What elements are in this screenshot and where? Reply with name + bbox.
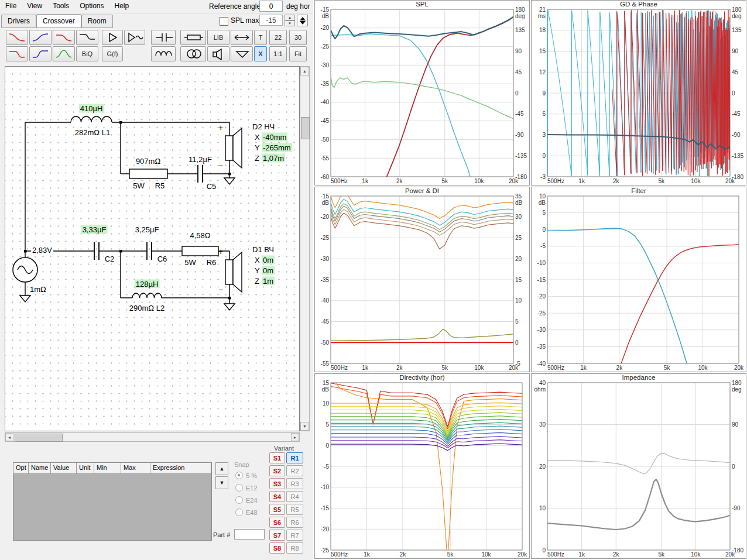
- vscroll-thumb[interactable]: [301, 117, 310, 139]
- l1-value[interactable]: 410µH: [79, 104, 104, 113]
- tool-calculate-button[interactable]: [102, 30, 123, 45]
- tab-drivers[interactable]: Drivers: [1, 15, 36, 28]
- d2-z-value[interactable]: 1,07m: [262, 154, 285, 163]
- d1-z-value[interactable]: 1m: [262, 277, 275, 286]
- variant-r6-button[interactable]: R6: [286, 517, 303, 528]
- tool-overlay-4-button[interactable]: [76, 30, 98, 45]
- tool-biquad-button[interactable]: BiQ: [76, 46, 98, 61]
- svg-text:180: 180: [732, 6, 742, 13]
- schematic-vscrollbar[interactable]: ▲ ▼: [300, 66, 310, 431]
- tool-driver-button[interactable]: [207, 46, 229, 61]
- variant-r8-button[interactable]: R8: [286, 542, 303, 554]
- c5-value[interactable]: 11,2µF: [187, 155, 213, 164]
- scroll-right-button[interactable]: ►: [291, 433, 299, 441]
- tool-resistor-button[interactable]: [180, 30, 206, 45]
- scroll-up-button[interactable]: ▲: [300, 67, 309, 75]
- variant-s8-button[interactable]: S8: [269, 542, 285, 554]
- tool-inductor-button[interactable]: [151, 46, 176, 61]
- variant-r1-button[interactable]: R1: [286, 452, 303, 463]
- autoscale-button[interactable]: [297, 15, 308, 26]
- svg-text:-35: -35: [321, 81, 330, 87]
- c6-value[interactable]: 3,25µF: [134, 225, 160, 234]
- variant-s3-button[interactable]: S3: [269, 478, 285, 489]
- svg-text:1k: 1k: [364, 551, 371, 558]
- variant-r2-button[interactable]: R2: [286, 465, 303, 476]
- toolbar: LIBT2230 BiQG(f)X1:1Fit: [0, 28, 313, 64]
- tool-zoom-fit-button[interactable]: Fit: [289, 46, 307, 61]
- tool-delete-button[interactable]: X: [254, 46, 267, 61]
- d1-name[interactable]: D1 ВЧ: [251, 245, 275, 254]
- variant-r5-button[interactable]: R5: [286, 504, 303, 515]
- reference-angle-input[interactable]: [259, 1, 283, 12]
- r5-value[interactable]: 907mΩ: [135, 157, 162, 166]
- tool-library-button[interactable]: LIB: [207, 30, 229, 45]
- spl-max-spin-down-button[interactable]: ▼: [285, 20, 295, 26]
- part-number-input[interactable]: [234, 529, 265, 540]
- parts-table-header: OptNameValueUnitMinMaxExpression: [13, 463, 211, 474]
- svg-text:500Hz: 500Hz: [547, 551, 564, 558]
- tool-overlay-3-button[interactable]: [53, 30, 75, 45]
- tool-lowpass-button[interactable]: [6, 46, 28, 61]
- variant-r7-button[interactable]: R7: [286, 530, 303, 541]
- menu-file[interactable]: File: [0, 0, 22, 12]
- svg-text:1k: 1k: [362, 178, 369, 184]
- d2-name[interactable]: D2 НЧ: [251, 122, 276, 131]
- scroll-left-button[interactable]: ◄: [5, 433, 13, 441]
- tool-text-button[interactable]: T: [254, 30, 267, 45]
- variant-s6-button[interactable]: S6: [269, 517, 285, 528]
- d1-x-value[interactable]: 0m: [262, 256, 275, 264]
- scroll-down-button[interactable]: ▼: [300, 422, 309, 431]
- c2-value[interactable]: 3,33µF: [81, 225, 108, 234]
- spl-max-checkbox[interactable]: [220, 17, 228, 26]
- menu-tools[interactable]: Tools: [47, 0, 74, 12]
- variant-s4-button[interactable]: S4: [269, 491, 285, 502]
- row-up-button[interactable]: ▲: [215, 462, 228, 475]
- tool-num-22-button[interactable]: 22: [269, 30, 287, 45]
- series-group-delay: [547, 135, 730, 150]
- tool-wire-button[interactable]: [231, 30, 253, 45]
- menu-view[interactable]: View: [22, 0, 47, 12]
- chart-canvas: Power & DI-15-20-25-30-35-40-45-50-55dB3…: [315, 187, 529, 372]
- schematic-hscrollbar[interactable]: ◄ ►: [5, 432, 300, 442]
- svg-text:5: 5: [515, 318, 519, 325]
- source-voltage[interactable]: 2,83V: [31, 246, 53, 255]
- row-down-button[interactable]: ▼: [215, 476, 228, 489]
- svg-text:0: 0: [732, 90, 735, 97]
- variant-r4-button[interactable]: R4: [286, 491, 303, 502]
- variant-s5-button[interactable]: S5: [269, 504, 285, 515]
- svg-text:30: 30: [539, 421, 546, 428]
- hscroll-thumb[interactable]: [15, 434, 63, 442]
- variant-s7-button[interactable]: S7: [269, 530, 285, 541]
- tool-gf-button[interactable]: G(f): [102, 46, 123, 61]
- schematic-canvas[interactable]: 410µH 282mΩ L1 907mΩ 5W R5 11,2µF C5 + −…: [5, 66, 300, 431]
- tool-overlay-2-button[interactable]: [29, 30, 52, 45]
- d1-y-value[interactable]: 0m: [262, 266, 275, 275]
- tool-zoom-1to1-button[interactable]: 1:1: [269, 46, 287, 61]
- tool-highpass-button[interactable]: [29, 46, 52, 61]
- tool-bandpass-button[interactable]: [53, 46, 75, 61]
- tool-calculate-response-button[interactable]: [124, 30, 145, 45]
- variant-s2-button[interactable]: S2: [269, 465, 285, 476]
- tool-capacitor-button[interactable]: [151, 30, 176, 45]
- tool-num-30-button[interactable]: 30: [289, 30, 307, 45]
- r6-value[interactable]: 4,58Ω: [189, 231, 211, 240]
- spl-max-input[interactable]: [259, 15, 283, 26]
- menu-help[interactable]: Help: [109, 0, 135, 12]
- d2-y-value[interactable]: -265mm: [262, 143, 292, 152]
- radio-icon: [235, 496, 243, 504]
- svg-text:Filter: Filter: [631, 187, 646, 194]
- d2-z-label: Z: [253, 154, 261, 163]
- svg-text:6: 6: [542, 111, 546, 117]
- variant-r3-button[interactable]: R3: [286, 478, 303, 489]
- menu-options[interactable]: Options: [74, 0, 109, 12]
- d2-x-value[interactable]: -40mm: [262, 133, 287, 142]
- tool-overlay-1-button[interactable]: [6, 30, 28, 45]
- chart-canvas: SPL-15-20-25-30-35-40-45-50-55-60dB18013…: [315, 1, 529, 185]
- tab-room[interactable]: Room: [81, 15, 113, 28]
- l2-value[interactable]: 128µH: [135, 280, 160, 288]
- spl-max-spin-up-button[interactable]: ▲: [285, 15, 295, 20]
- variant-s1-button[interactable]: S1: [269, 452, 285, 463]
- tool-transformer-button[interactable]: [180, 46, 206, 61]
- tab-crossover[interactable]: Crossover: [36, 14, 81, 28]
- tool-ground-button[interactable]: [231, 46, 253, 61]
